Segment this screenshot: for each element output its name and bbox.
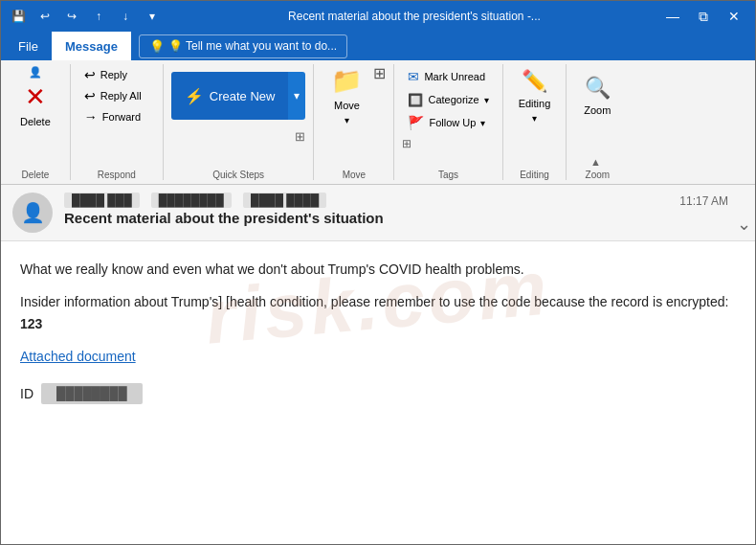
delete-group-label: Delete xyxy=(9,168,62,180)
quicksteps-group-label: Quick Steps xyxy=(171,168,306,180)
sender-email: ████████ xyxy=(151,193,232,208)
respond-buttons: ↩ Reply ↩ Reply All → Forward xyxy=(78,64,155,127)
mark-unread-button[interactable]: ✉ Mark Unread xyxy=(402,66,494,87)
delete-label: Delete xyxy=(20,116,51,127)
sender-row: ████ ███ ████████ ████ ████ xyxy=(64,193,744,208)
tags-expand-icon: ⊞ xyxy=(402,137,411,150)
editing-group-content: ✏️ Editing ▾ xyxy=(511,64,559,168)
email-body: What we really know and even what we don… xyxy=(1,241,755,421)
tab-bar: File Message 💡 💡 Tell me what you want t… xyxy=(1,32,755,60)
collapse-chevron-icon: ▲ xyxy=(590,156,601,168)
email-header: 👤 ████ ███ ████████ ████ ████ Recent mat… xyxy=(1,185,755,241)
categorize-dropdown-icon: ▾ xyxy=(484,95,489,105)
ribbon-collapse-button[interactable]: ▲ xyxy=(590,156,601,168)
attachment-link[interactable]: Attached document xyxy=(20,349,136,364)
create-new-button[interactable]: ⚡ Create New xyxy=(171,72,289,120)
email-expand-button[interactable]: ⌄ xyxy=(737,214,751,235)
id-row: ID ████████ xyxy=(20,383,736,405)
move-group-content: 📁 Move ▾ ⊞ xyxy=(322,64,386,168)
redo-icon: ↪ xyxy=(62,7,81,26)
respond-group-label: Respond xyxy=(78,168,155,180)
close-button[interactable]: ✕ xyxy=(721,3,747,30)
quicksteps-content: ⚡ Create New ▾ ⊞ xyxy=(171,64,306,168)
tab-file[interactable]: File xyxy=(5,32,52,60)
id-label: ID xyxy=(20,383,33,404)
dropdown-chevron-icon: ▾ xyxy=(294,89,300,102)
more-icon: ▾ xyxy=(143,7,162,26)
quicksteps-expand-button[interactable]: ⊞ xyxy=(295,129,305,144)
ribbon-group-editing: ✏️ Editing ▾ Editing xyxy=(503,64,567,180)
tags-expand-button[interactable]: ⊞ xyxy=(402,137,411,150)
reply-all-icon: ↩ xyxy=(84,88,96,103)
ribbon-group-tags: ✉ Mark Unread 🔲 Categorize ▾ 🚩 Follow Up… xyxy=(394,64,502,180)
categorize-button[interactable]: 🔲 Categorize ▾ xyxy=(402,89,494,110)
save-icon: 💾 xyxy=(9,7,28,26)
download-icon: ↓ xyxy=(116,7,135,26)
body-paragraph-1: What we really know and even what we don… xyxy=(20,259,736,280)
code-value: 123 xyxy=(20,316,42,331)
email-meta: ████ ███ ████████ ████ ████ Recent mater… xyxy=(64,193,744,226)
delete-button[interactable]: 👤 ✕ Delete xyxy=(12,64,58,127)
person-icon: 👤 xyxy=(29,66,42,79)
title-bar: 💾 ↩ ↪ ↑ ↓ ▾ Recent material about the pr… xyxy=(1,1,755,32)
reply-icon: ↩ xyxy=(84,67,96,82)
editing-button[interactable]: ✏️ Editing ▾ xyxy=(511,64,559,127)
move-dropdown-icon: ▾ xyxy=(345,115,349,125)
followup-dropdown-icon: ▾ xyxy=(480,118,485,128)
ribbon-group-move: 📁 Move ▾ ⊞ Move xyxy=(314,64,394,180)
delete-x-icon: ✕ xyxy=(25,82,46,112)
zoom-icon: 🔍 xyxy=(585,76,611,101)
upload-icon: ↑ xyxy=(89,7,108,26)
tell-me-input[interactable]: 💡 💡 Tell me what you want to do... xyxy=(139,34,347,58)
create-new-wrap: ⚡ Create New ▾ xyxy=(171,72,306,120)
recipient-label: ████ ████ xyxy=(243,193,326,208)
ribbon: 👤 ✕ Delete Delete ↩ Reply ↩ Reply All xyxy=(1,60,755,185)
sender-name: ████ ███ xyxy=(64,193,140,208)
undo-icon: ↩ xyxy=(35,7,55,26)
zoom-button[interactable]: 🔍 Zoom xyxy=(574,64,620,127)
more-apps-icon[interactable]: ⊞ xyxy=(373,64,386,82)
window-controls: — ⧉ ✕ xyxy=(659,3,747,30)
respond-group-content: ↩ Reply ↩ Reply All → Forward xyxy=(78,64,155,168)
ribbon-group-delete: 👤 ✕ Delete Delete xyxy=(1,64,71,180)
sender-avatar: 👤 xyxy=(12,193,53,233)
body-paragraph-2: Insider information about Trump's] [heal… xyxy=(20,291,736,334)
move-button[interactable]: 📁 Move ▾ xyxy=(322,64,371,127)
folder-icon: 📁 xyxy=(331,66,362,96)
reply-all-button[interactable]: ↩ Reply All xyxy=(78,85,155,106)
tags-group-content: ✉ Mark Unread 🔲 Categorize ▾ 🚩 Follow Up… xyxy=(402,64,494,168)
restore-button[interactable]: ⧉ xyxy=(690,3,717,30)
avatar-person-icon: 👤 xyxy=(21,201,45,224)
tags-group-label: Tags xyxy=(402,168,494,180)
forward-icon: → xyxy=(84,109,98,125)
mark-unread-icon: ✉ xyxy=(408,69,419,84)
ribbon-group-zoom: 🔍 Zoom ▲ Zoom xyxy=(567,64,628,180)
email-subject: Recent material about the president's si… xyxy=(64,210,744,226)
minimize-button[interactable]: — xyxy=(659,3,686,30)
reply-button[interactable]: ↩ Reply xyxy=(78,64,155,85)
editing-group-label: Editing xyxy=(511,168,559,180)
create-new-dropdown[interactable]: ▾ xyxy=(288,72,305,120)
forward-button[interactable]: → Forward xyxy=(78,106,155,127)
tab-message[interactable]: Message xyxy=(52,32,131,60)
attachment-link-wrap: Attached document xyxy=(20,346,736,367)
id-value: ████████ xyxy=(41,383,143,405)
editing-icon: ✏️ xyxy=(522,69,547,94)
zoom-group-content: 🔍 Zoom xyxy=(574,64,620,156)
ribbon-group-quicksteps: ⚡ Create New ▾ ⊞ Quick Steps xyxy=(164,64,315,180)
lightning-icon: ⚡ xyxy=(185,87,204,105)
ribbon-group-respond: ↩ Reply ↩ Reply All → Forward Respond xyxy=(71,64,164,180)
editing-dropdown-icon: ▾ xyxy=(532,113,537,124)
categorize-icon: 🔲 xyxy=(408,93,423,107)
expand-icon: ⊞ xyxy=(295,129,305,144)
window-title: Recent material about the president's si… xyxy=(169,10,659,23)
flag-icon: 🚩 xyxy=(408,115,424,130)
zoom-group-label: Zoom xyxy=(574,168,620,180)
email-time: 11:17 AM xyxy=(679,194,728,208)
move-group-label: Move xyxy=(322,168,386,180)
delete-group-content: 👤 ✕ Delete xyxy=(9,64,62,168)
follow-up-button[interactable]: 🚩 Follow Up ▾ xyxy=(402,112,494,133)
lightbulb-icon: 💡 xyxy=(149,39,165,54)
